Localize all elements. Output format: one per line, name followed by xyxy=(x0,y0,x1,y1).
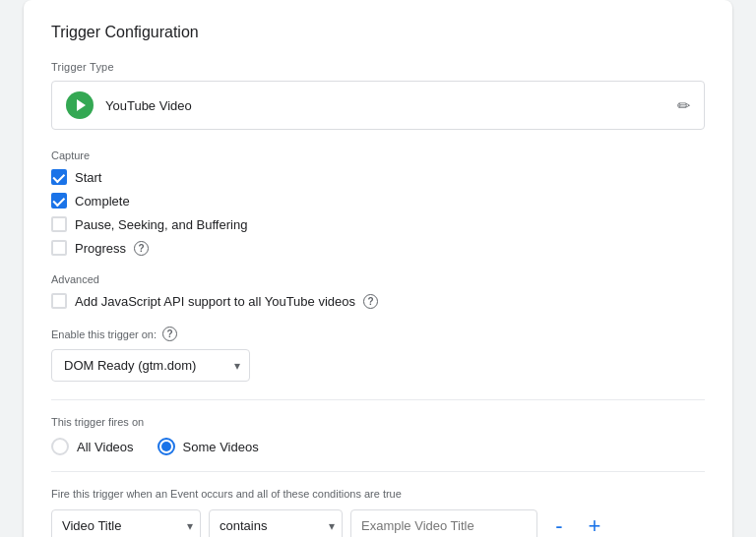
enable-trigger-section: Enable this trigger on: ? DOM Ready (gtm… xyxy=(51,327,705,382)
enable-trigger-help-icon[interactable]: ? xyxy=(162,327,177,341)
radio-all-videos[interactable]: All Videos xyxy=(51,438,134,455)
trigger-type-left: YouTube Video xyxy=(66,91,192,119)
conditions-row: Video Title Video URL Video Duration Vid… xyxy=(51,509,705,537)
divider-2 xyxy=(51,471,705,472)
advanced-checkbox-row: Add JavaScript API support to all YouTub… xyxy=(51,293,705,309)
edit-trigger-icon[interactable]: ✏ xyxy=(677,96,690,115)
radio-some-videos-outer[interactable] xyxy=(158,438,175,455)
radio-row: All Videos Some Videos xyxy=(51,438,705,455)
capture-progress-checkbox[interactable] xyxy=(51,240,67,256)
capture-pause-checkbox[interactable] xyxy=(51,216,67,232)
radio-some-videos-inner xyxy=(161,442,171,451)
advanced-label: Advanced xyxy=(51,273,705,285)
divider xyxy=(51,399,705,400)
trigger-type-name: YouTube Video xyxy=(105,98,192,113)
condition-value-input[interactable] xyxy=(350,509,537,537)
conditions-label: Fire this trigger when an Event occurs a… xyxy=(51,488,705,500)
advanced-js-api-checkbox[interactable] xyxy=(51,293,67,309)
capture-start-checkbox[interactable] xyxy=(51,169,67,185)
capture-complete-label[interactable]: Complete xyxy=(51,193,130,209)
radio-all-videos-outer[interactable] xyxy=(51,438,69,455)
capture-progress-label[interactable]: Progress xyxy=(51,240,126,256)
youtube-play-icon xyxy=(66,91,94,119)
checkbox-row-complete: Complete xyxy=(51,193,705,209)
capture-label: Capture xyxy=(51,149,705,161)
conditions-section: Fire this trigger when an Event occurs a… xyxy=(51,488,705,537)
field-select-wrapper: Video Title Video URL Video Duration Vid… xyxy=(51,509,201,537)
trigger-config-card: Trigger Configuration Trigger Type YouTu… xyxy=(24,0,732,537)
operator-select[interactable]: contains equals starts with ends with ma… xyxy=(209,509,343,537)
checkbox-row-pause: Pause, Seeking, and Buffering xyxy=(51,216,705,232)
add-condition-button[interactable]: + xyxy=(581,512,608,538)
advanced-section: Advanced Add JavaScript API support to a… xyxy=(51,273,705,309)
capture-complete-checkbox[interactable] xyxy=(51,193,67,209)
capture-pause-label[interactable]: Pause, Seeking, and Buffering xyxy=(51,216,247,232)
fires-on-section: This trigger fires on All Videos Some Vi… xyxy=(51,416,705,455)
remove-condition-button[interactable]: - xyxy=(545,512,573,538)
trigger-type-box: YouTube Video ✏ xyxy=(51,81,705,130)
radio-some-videos[interactable]: Some Videos xyxy=(158,438,259,455)
progress-help-icon[interactable]: ? xyxy=(134,241,149,256)
checkbox-row-start: Start xyxy=(51,169,705,185)
fires-on-label: This trigger fires on xyxy=(51,416,705,428)
capture-section: Capture Start Complete Pause, Seeking, a… xyxy=(51,149,705,256)
radio-all-videos-label: All Videos xyxy=(77,440,134,454)
trigger-type-label: Trigger Type xyxy=(51,61,705,73)
page-title: Trigger Configuration xyxy=(51,24,705,41)
operator-select-wrapper: contains equals starts with ends with ma… xyxy=(209,509,343,537)
enable-trigger-label: Enable this trigger on: ? xyxy=(51,327,705,341)
radio-some-videos-label: Some Videos xyxy=(183,440,259,454)
checkbox-row-progress: Progress ? xyxy=(51,240,705,256)
field-select[interactable]: Video Title Video URL Video Duration Vid… xyxy=(51,509,201,537)
advanced-help-icon[interactable]: ? xyxy=(363,294,378,309)
advanced-js-api-label[interactable]: Add JavaScript API support to all YouTub… xyxy=(51,293,355,309)
enable-trigger-select[interactable]: DOM Ready (gtm.dom) Window Loaded (gtm.l… xyxy=(51,349,250,382)
enable-trigger-select-wrapper: DOM Ready (gtm.dom) Window Loaded (gtm.l… xyxy=(51,349,250,382)
capture-start-label[interactable]: Start xyxy=(51,169,101,185)
